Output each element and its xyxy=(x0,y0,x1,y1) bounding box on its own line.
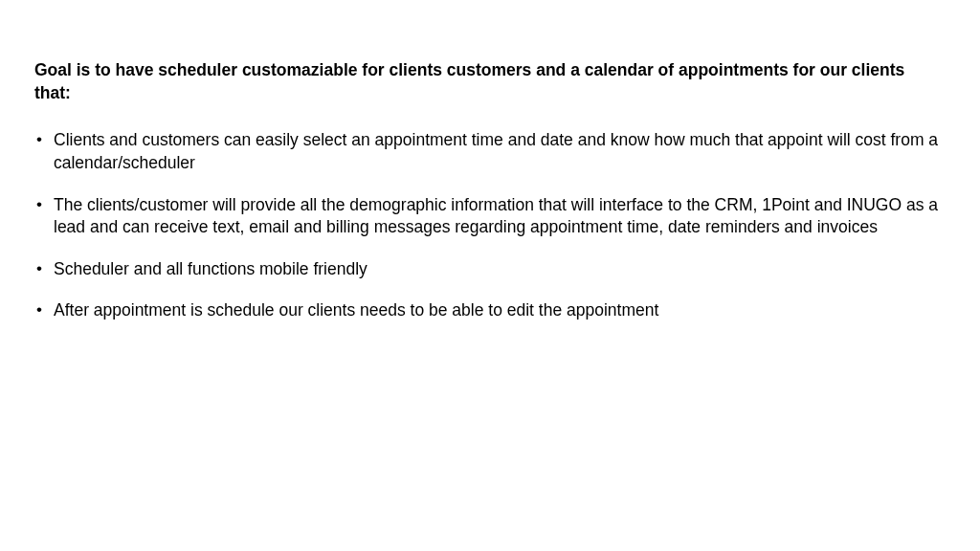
bullet-list: Clients and customers can easily select … xyxy=(34,129,946,322)
list-item: Clients and customers can easily select … xyxy=(34,129,946,174)
page-heading: Goal is to have scheduler customaziable … xyxy=(34,59,946,104)
list-item: After appointment is schedule our client… xyxy=(34,299,946,322)
list-item: Scheduler and all functions mobile frien… xyxy=(34,258,946,281)
list-item: The clients/customer will provide all th… xyxy=(34,194,946,239)
